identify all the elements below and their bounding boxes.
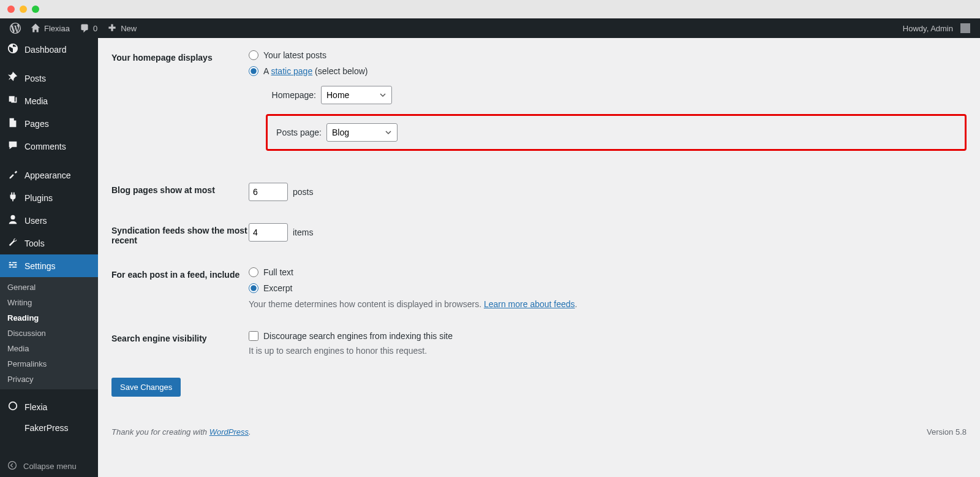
collapse-menu-button[interactable]: Collapse menu bbox=[0, 456, 98, 477]
submenu-item-writing[interactable]: Writing bbox=[0, 295, 98, 310]
submenu-item-permalinks[interactable]: Permalinks bbox=[0, 356, 98, 372]
radio-fulltext-label: Full text bbox=[263, 267, 293, 277]
feed-include-label: For each post in a feed, include bbox=[111, 267, 249, 309]
minimize-window-icon[interactable] bbox=[20, 6, 27, 13]
footer: Thank you for creating with WordPress. V… bbox=[111, 427, 967, 437]
sidebar-item-plugins[interactable]: Plugins bbox=[0, 186, 98, 209]
radio-excerpt[interactable] bbox=[249, 283, 258, 293]
submenu-item-general[interactable]: General bbox=[0, 280, 98, 295]
site-link[interactable]: Flexiaa bbox=[26, 18, 75, 38]
sidebar-item-media[interactable]: Media bbox=[0, 90, 98, 112]
homepage-displays-label: Your homepage displays bbox=[111, 50, 249, 161]
postspage-select-label: Posts page: bbox=[273, 128, 322, 137]
learn-feeds-link[interactable]: Learn more about feeds bbox=[484, 299, 575, 309]
content-area: Your homepage displays Your latest posts… bbox=[98, 38, 980, 477]
plugin-icon bbox=[7, 191, 18, 204]
syndication-count-input[interactable] bbox=[249, 223, 288, 242]
comment-icon bbox=[80, 23, 89, 33]
sidebar-item-label: Comments bbox=[24, 142, 66, 151]
wordpress-icon bbox=[10, 23, 21, 34]
posts-per-page-input[interactable] bbox=[249, 183, 288, 201]
syndication-unit-label: items bbox=[293, 227, 313, 237]
user-icon bbox=[7, 214, 18, 227]
submenu-item-privacy[interactable]: Privacy bbox=[0, 372, 98, 387]
sidebar-item-label: Appearance bbox=[24, 170, 71, 180]
sidebar-item-appearance[interactable]: Appearance bbox=[0, 164, 98, 186]
save-changes-button[interactable]: Save Changes bbox=[111, 378, 181, 397]
sidebar-item-flexia[interactable]: Flexia bbox=[0, 395, 98, 418]
sidebar-item-label: Dashboard bbox=[24, 45, 67, 55]
submenu-item-discussion[interactable]: Discussion bbox=[0, 326, 98, 341]
admin-bar: Flexiaa 0 New Howdy, Admin bbox=[0, 18, 980, 38]
sidebar-item-tools[interactable]: Tools bbox=[0, 232, 98, 254]
sidebar-item-label: Plugins bbox=[24, 193, 53, 203]
sidebar-item-label: Pages bbox=[24, 119, 49, 129]
wordpress-link[interactable]: WordPress bbox=[209, 427, 249, 437]
window-controls bbox=[7, 6, 39, 13]
homepage-select[interactable]: Home bbox=[321, 86, 392, 104]
sidebar-item-label: FakerPress bbox=[24, 423, 69, 433]
sev-label: Search engine visibility bbox=[111, 331, 249, 356]
blog-pages-label: Blog pages show at most bbox=[111, 183, 249, 201]
submenu-item-reading[interactable]: Reading bbox=[0, 310, 98, 326]
sev-checkbox-label: Discourage search engines from indexing … bbox=[263, 331, 453, 341]
sidebar-item-pages[interactable]: Pages bbox=[0, 112, 98, 135]
static-page-link[interactable]: static page bbox=[271, 66, 312, 76]
new-label: New bbox=[121, 24, 137, 33]
dashboard-icon bbox=[7, 43, 18, 56]
settings-submenu: General Writing Reading Discussion Media… bbox=[0, 277, 98, 389]
homepage-select-label: Homepage: bbox=[261, 90, 316, 100]
radio-excerpt-label: Excerpt bbox=[263, 283, 292, 293]
page-icon bbox=[7, 117, 18, 130]
posts-page-highlight: Posts page: Blog bbox=[266, 114, 967, 151]
radio-full-text[interactable] bbox=[249, 267, 258, 277]
comments-count: 0 bbox=[93, 24, 97, 33]
sidebar-item-label: Posts bbox=[24, 74, 46, 83]
brush-icon bbox=[7, 169, 18, 181]
posts-unit-label: posts bbox=[293, 187, 313, 197]
sidebar-item-label: Media bbox=[24, 96, 48, 106]
syndication-label: Syndication feeds show the most recent bbox=[111, 223, 249, 245]
radio-static-page[interactable] bbox=[249, 66, 258, 76]
maximize-window-icon[interactable] bbox=[32, 6, 39, 13]
pin-icon bbox=[7, 72, 18, 85]
sliders-icon bbox=[7, 259, 18, 272]
collapse-icon bbox=[7, 460, 17, 472]
sidebar-item-users[interactable]: Users bbox=[0, 209, 98, 232]
sidebar-item-label: Tools bbox=[24, 238, 45, 248]
sidebar-item-posts[interactable]: Posts bbox=[0, 67, 98, 90]
media-icon bbox=[7, 94, 18, 107]
avatar bbox=[960, 23, 970, 33]
sidebar-item-label: Settings bbox=[24, 261, 56, 271]
svg-point-1 bbox=[9, 462, 17, 470]
wrench-icon bbox=[7, 237, 18, 250]
sidebar-item-settings[interactable]: Settings bbox=[0, 254, 98, 277]
sidebar-item-dashboard[interactable]: Dashboard bbox=[0, 38, 98, 61]
wp-logo-button[interactable] bbox=[5, 18, 26, 38]
home-icon bbox=[31, 23, 40, 33]
svg-point-0 bbox=[9, 402, 17, 410]
radio-latest-label: Your latest posts bbox=[263, 50, 326, 60]
sidebar-item-label: Users bbox=[24, 216, 47, 226]
radio-latest-posts[interactable] bbox=[249, 50, 258, 60]
titlebar bbox=[0, 0, 980, 18]
sidebar-item-label: Flexia bbox=[24, 402, 47, 412]
comments-link[interactable]: 0 bbox=[75, 18, 102, 38]
user-menu[interactable]: Howdy, Admin bbox=[898, 18, 975, 38]
version-label: Version 5.8 bbox=[927, 427, 967, 437]
new-content-link[interactable]: New bbox=[102, 18, 141, 38]
admin-sidebar: Dashboard Posts Media Pages Comments bbox=[0, 38, 98, 477]
site-name-label: Flexiaa bbox=[44, 24, 70, 33]
sev-checkbox[interactable] bbox=[249, 331, 258, 341]
collapse-label: Collapse menu bbox=[23, 462, 77, 471]
theme-icon bbox=[7, 400, 18, 413]
postspage-select[interactable]: Blog bbox=[326, 123, 398, 142]
sidebar-item-fakerpress[interactable]: FakerPress bbox=[0, 418, 98, 438]
sidebar-item-comments[interactable]: Comments bbox=[0, 135, 98, 158]
sev-hint: It is up to search engines to honor this… bbox=[249, 346, 967, 356]
close-window-icon[interactable] bbox=[7, 6, 15, 13]
app-window: Flexiaa 0 New Howdy, Admin Dashboard bbox=[0, 0, 980, 477]
submenu-item-media[interactable]: Media bbox=[0, 341, 98, 356]
plus-icon bbox=[107, 23, 117, 33]
howdy-label: Howdy, Admin bbox=[903, 24, 953, 33]
